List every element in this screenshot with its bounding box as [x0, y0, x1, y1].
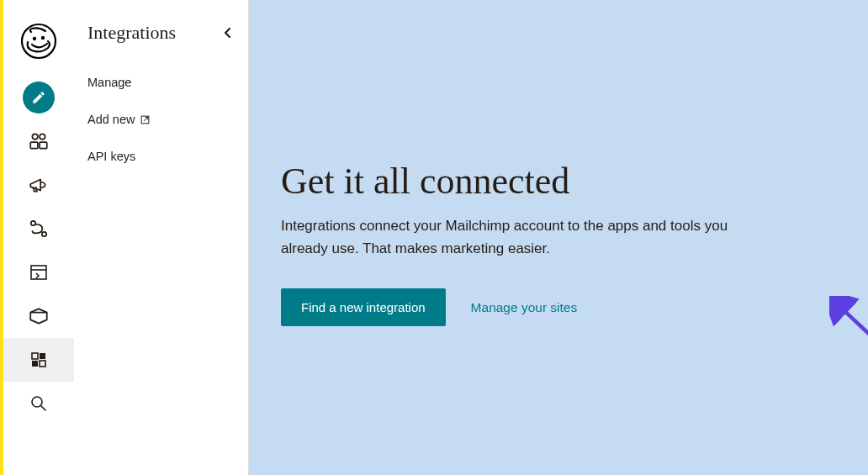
subnav-item-add-new[interactable]: Add new — [74, 101, 248, 138]
integrations-icon — [29, 350, 49, 370]
cta-row: Find a new integration Manage your sites — [281, 288, 868, 326]
subnav-title: Integrations — [77, 22, 176, 44]
rail-website[interactable] — [3, 251, 74, 294]
subnav-item-label: Manage — [87, 76, 131, 89]
rail-content[interactable] — [3, 294, 74, 338]
subnav-item-api-keys[interactable]: API keys — [74, 138, 248, 175]
svg-line-17 — [41, 406, 45, 410]
manage-sites-link[interactable]: Manage your sites — [471, 300, 578, 315]
rail-search[interactable] — [3, 382, 74, 425]
rail-create[interactable] — [3, 76, 74, 119]
rail-integrations[interactable] — [3, 338, 74, 382]
megaphone-icon — [28, 174, 50, 196]
svg-line-19 — [841, 308, 868, 447]
svg-point-4 — [40, 134, 45, 140]
svg-rect-15 — [40, 361, 45, 367]
website-icon — [29, 262, 49, 282]
brand-logo[interactable] — [3, 15, 74, 67]
rail-automations[interactable] — [3, 207, 74, 251]
svg-point-16 — [32, 397, 42, 407]
svg-rect-6 — [40, 142, 47, 149]
svg-rect-13 — [40, 353, 45, 359]
external-link-icon — [140, 114, 151, 125]
svg-rect-9 — [31, 266, 46, 279]
svg-rect-12 — [32, 353, 38, 359]
svg-point-3 — [32, 134, 38, 140]
svg-point-1 — [33, 37, 36, 40]
rail-audience[interactable] — [3, 119, 74, 163]
subnav-panel: Integrations Manage Add new API keys — [74, 0, 249, 475]
svg-point-0 — [22, 24, 56, 58]
rail-campaigns[interactable] — [3, 163, 74, 207]
page-subtitle: Integrations connect your Mailchimp acco… — [281, 214, 752, 260]
collapse-subnav-button[interactable] — [223, 27, 231, 39]
svg-point-2 — [41, 36, 45, 40]
subnav-header: Integrations — [74, 22, 248, 64]
content-icon — [28, 305, 50, 327]
chevron-left-icon — [223, 27, 231, 39]
subnav-item-label: API keys — [87, 150, 135, 163]
svg-point-8 — [42, 232, 46, 236]
svg-rect-5 — [30, 142, 38, 149]
svg-point-7 — [31, 221, 35, 225]
page-heading: Get it all connected — [281, 160, 868, 203]
freddie-logo-icon — [20, 23, 57, 60]
pencil-icon — [31, 90, 46, 105]
find-integration-button[interactable]: Find a new integration — [281, 288, 446, 326]
search-icon — [29, 393, 49, 414]
main-content: Get it all connected Integrations connec… — [249, 0, 868, 475]
subnav-item-label: Add new — [87, 113, 135, 126]
svg-rect-14 — [32, 361, 38, 367]
journey-icon — [28, 218, 50, 240]
audience-icon — [28, 130, 50, 152]
subnav-item-manage[interactable]: Manage — [74, 64, 248, 101]
icon-rail — [3, 0, 74, 475]
